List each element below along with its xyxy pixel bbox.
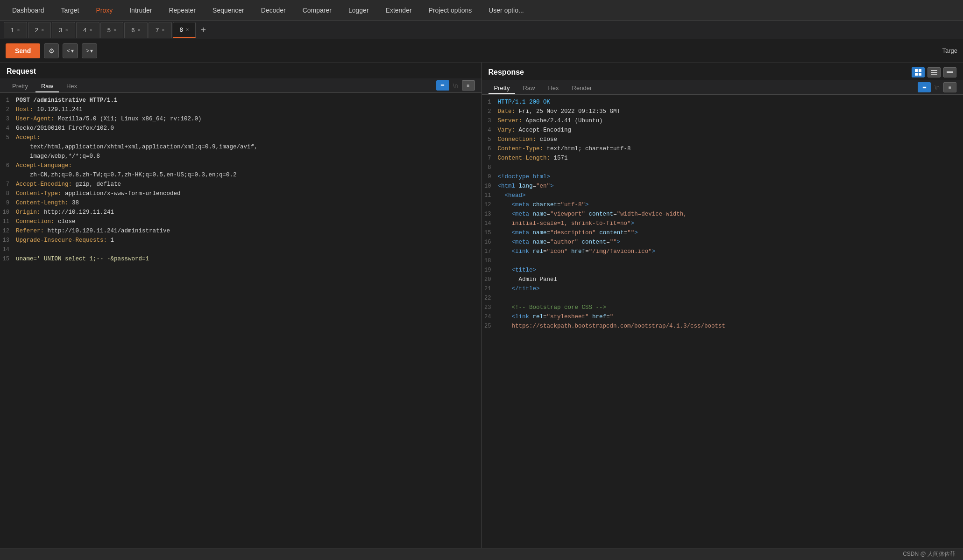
req-line-15: 12 Referer: http://10.129.11.241/adminis… — [0, 226, 482, 236]
add-tab-button[interactable]: + — [197, 22, 210, 38]
dropdown-arrow-icon: ▾ — [71, 48, 74, 54]
tab-2-close[interactable]: × — [41, 27, 44, 33]
repeater-tab-1[interactable]: 1 × — [4, 22, 27, 38]
list-icon: ☰ — [440, 83, 445, 88]
req-line-18: 15 uname=' UNION select 1;-- -&password=… — [0, 254, 482, 264]
resp-line-22: 22 — [482, 294, 963, 303]
tab-2-num: 2 — [35, 27, 38, 34]
repeater-tab-2[interactable]: 2 × — [28, 22, 51, 38]
send-button[interactable]: Send — [6, 43, 40, 58]
resp-line-15: 15 <meta name="description" content=""> — [482, 228, 963, 238]
resp-line-23: 23 <!-- Bootstrap core CSS --> — [482, 303, 963, 312]
response-code-area[interactable]: 1 HTTP/1.1 200 OK 2 Date: Fri, 25 Nov 20… — [482, 95, 963, 548]
req-line-6: text/html,application/xhtml+xml,applicat… — [0, 142, 482, 152]
resp-line-16: 16 <meta name="author" content=""> — [482, 238, 963, 247]
resp-line-1: 1 HTTP/1.1 200 OK — [482, 98, 963, 107]
response-view-toggle — [912, 67, 956, 77]
response-tab-render[interactable]: Render — [566, 83, 598, 94]
resp-line-10: 10 <html lang="en"> — [482, 182, 963, 191]
nav-intruder[interactable]: Intruder — [121, 0, 160, 21]
req-line-16: 13 Upgrade-Insecure-Requests: 1 — [0, 236, 482, 245]
settings-button[interactable]: ⚙ — [44, 43, 59, 58]
response-tab-raw[interactable]: Raw — [517, 83, 540, 94]
nav-extender[interactable]: Extender — [377, 0, 420, 21]
svg-rect-4 — [931, 70, 937, 71]
req-line-11: 8 Content-Type: application/x-www-form-u… — [0, 189, 482, 198]
nav-dashboard[interactable]: Dashboard — [4, 0, 53, 21]
req-line-5: 5 Accept: — [0, 133, 482, 142]
req-line-1: 1 POST /administrative HTTP/1.1 — [0, 96, 482, 105]
request-panel-header: Request — [0, 63, 482, 78]
nav-sequencer[interactable]: Sequencer — [204, 0, 253, 21]
separator-1: \n — [453, 82, 458, 89]
resp-line-2: 2 Date: Fri, 25 Nov 2022 09:12:35 GMT — [482, 107, 963, 116]
resp-line-6: 6 Content-Type: text/html; charset=utf-8 — [482, 144, 963, 154]
request-tab-pretty[interactable]: Pretty — [7, 81, 34, 92]
response-view-grid-btn[interactable] — [912, 67, 925, 77]
tab-5-num: 5 — [107, 27, 111, 34]
resp-line-9: 9 <!doctype html> — [482, 172, 963, 182]
prev-button[interactable]: < ▾ — [63, 43, 78, 58]
next-button[interactable]: > ▾ — [82, 43, 97, 58]
tab-7-num: 7 — [156, 27, 159, 34]
tab-8-close[interactable]: × — [186, 27, 189, 32]
nav-target[interactable]: Target — [53, 0, 88, 21]
nav-repeater[interactable]: Repeater — [160, 0, 204, 21]
tab-3-close[interactable]: × — [65, 27, 68, 33]
resp-line-12: 12 <meta charset="utf-8"> — [482, 200, 963, 210]
response-panel-header: Response — [482, 63, 963, 80]
repeater-tab-6[interactable]: 6 × — [124, 22, 148, 38]
request-view-list-btn[interactable]: ☰ — [436, 80, 449, 91]
resp-line-11: 11 <head> — [482, 191, 963, 200]
tab-6-num: 6 — [131, 27, 135, 34]
req-line-8: 6 Accept-Language: — [0, 161, 482, 170]
req-line-7: image/webp,*/*;q=0.8 — [0, 152, 482, 161]
chevron-left-icon: < — [67, 48, 70, 54]
separator-2: \n — [935, 84, 940, 91]
tab-4-close[interactable]: × — [89, 27, 92, 33]
nav-decoder[interactable]: Decoder — [253, 0, 294, 21]
svg-rect-6 — [931, 74, 937, 75]
nav-user-options[interactable]: User optio... — [480, 0, 532, 21]
tab-8-num: 8 — [180, 26, 183, 33]
request-view-menu-btn[interactable]: ≡ — [462, 80, 475, 91]
nav-project-options[interactable]: Project options — [420, 0, 481, 21]
tab-5-close[interactable]: × — [113, 27, 116, 33]
tab-1-close[interactable]: × — [17, 27, 20, 33]
tab-6-close[interactable]: × — [138, 27, 141, 33]
resp-line-8: 8 — [482, 163, 963, 172]
request-tab-raw[interactable]: Raw — [35, 81, 59, 92]
response-view-rows-btn[interactable] — [928, 67, 941, 77]
repeater-tab-8[interactable]: 8 × — [173, 22, 196, 38]
svg-rect-7 — [947, 71, 953, 73]
nav-logger[interactable]: Logger — [340, 0, 377, 21]
req-line-12: 9 Content-Length: 38 — [0, 198, 482, 208]
response-tab-hex[interactable]: Hex — [542, 83, 564, 94]
tab-7-close[interactable]: × — [162, 27, 164, 33]
repeater-tab-4[interactable]: 4 × — [76, 22, 99, 38]
response-view-single-btn[interactable] — [943, 67, 956, 77]
req-line-17: 14 — [0, 245, 482, 254]
req-line-10: 7 Accept-Encoding: gzip, deflate — [0, 180, 482, 189]
repeater-tab-3[interactable]: 3 × — [52, 22, 75, 38]
request-panel: Request Pretty Raw Hex ☰ \n ≡ 1 POST /ad… — [0, 63, 482, 548]
resp-line-3: 3 Server: Apache/2.4.41 (Ubuntu) — [482, 116, 963, 126]
request-tab-hex[interactable]: Hex — [61, 81, 83, 92]
repeater-tab-5[interactable]: 5 × — [100, 22, 124, 38]
response-view-list-btn[interactable]: ☰ — [918, 82, 931, 92]
request-code-area[interactable]: 1 POST /administrative HTTP/1.1 2 Host: … — [0, 93, 482, 548]
single-icon — [947, 70, 953, 75]
response-tab-pretty[interactable]: Pretty — [489, 83, 516, 94]
req-line-3: 3 User-Agent: Mozilla/5.0 (X11; Linux x8… — [0, 114, 482, 124]
repeater-tab-7[interactable]: 7 × — [149, 22, 172, 38]
nav-comparer[interactable]: Comparer — [294, 0, 340, 21]
request-title: Request — [7, 67, 36, 76]
response-view-menu-btn[interactable]: ≡ — [943, 82, 956, 92]
tab-3-num: 3 — [59, 27, 62, 34]
req-line-4: 4 Gecko/20100101 Firefox/102.0 — [0, 124, 482, 133]
response-title: Response — [489, 68, 524, 77]
nav-proxy[interactable]: Proxy — [87, 0, 121, 21]
resp-line-24: 24 <link rel="stylesheet" href=" — [482, 312, 963, 322]
req-line-13: 10 Origin: http://10.129.11.241 — [0, 208, 482, 217]
svg-rect-5 — [931, 72, 937, 73]
